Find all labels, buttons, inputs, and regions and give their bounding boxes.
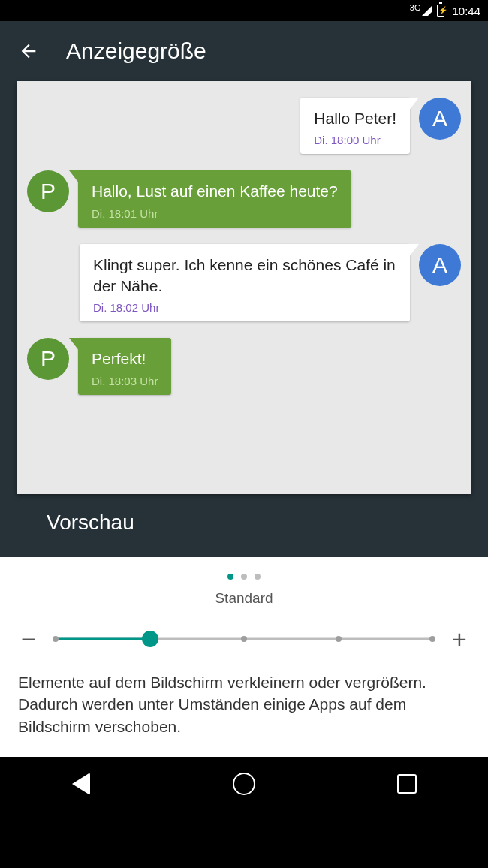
battery-icon: ⚡ [437, 5, 444, 17]
size-slider-row: − + [18, 626, 470, 652]
signal-icon [422, 5, 432, 16]
status-clock: 10:44 [452, 5, 480, 17]
size-controls: Standard − + Elemente auf dem Bildschirm… [0, 557, 488, 757]
slider-thumb[interactable] [142, 631, 158, 647]
increase-size-button[interactable]: + [449, 626, 470, 652]
preview-label: Vorschau [17, 494, 471, 554]
size-level-label: Standard [18, 590, 470, 607]
slider-tick [53, 636, 59, 642]
network-indicator: 3G [410, 3, 421, 12]
nav-recent-button[interactable] [394, 771, 420, 797]
nav-home-button[interactable] [231, 771, 257, 797]
page-dot[interactable] [241, 574, 247, 580]
chat-message-text: Klingt super. Ich kenne ein schönes Café… [93, 255, 396, 297]
avatar-p: P [27, 338, 69, 380]
chat-message-timestamp: Di. 18:03 Uhr [92, 375, 158, 387]
size-description: Elemente auf dem Bildschirm verkleinern … [18, 671, 470, 737]
nav-back-button[interactable] [68, 771, 94, 797]
chat-preview-card: Hallo Peter! Di. 18:00 Uhr A P Hallo, Lu… [17, 81, 471, 494]
chat-row: P Hallo, Lust auf einen Kaffee heute? Di… [27, 170, 461, 227]
chat-row: Hallo Peter! Di. 18:00 Uhr A [27, 98, 461, 154]
chat-bubble-outgoing: Hallo, Lust auf einen Kaffee heute? Di. … [78, 170, 351, 227]
chat-message-text: Hallo, Lust auf einen Kaffee heute? [92, 181, 338, 202]
chat-message-timestamp: Di. 18:00 Uhr [314, 134, 396, 146]
chat-message-timestamp: Di. 18:01 Uhr [92, 207, 338, 220]
chat-bubble-outgoing: Perfekt! Di. 18:03 Uhr [78, 338, 171, 394]
decrease-size-button[interactable]: − [18, 626, 39, 652]
app-header: Anzeigegröße [0, 21, 488, 81]
avatar-a: A [419, 244, 461, 286]
avatar-a: A [419, 98, 461, 140]
size-slider[interactable] [56, 630, 432, 648]
page-dot[interactable] [255, 574, 261, 580]
preview-section: Hallo Peter! Di. 18:00 Uhr A P Hallo, Lu… [0, 81, 488, 557]
arrow-left-icon [18, 41, 39, 62]
triangle-back-icon [72, 773, 90, 795]
slider-tick [336, 636, 342, 642]
page-dot-active[interactable] [227, 574, 233, 580]
chat-message-timestamp: Di. 18:02 Uhr [93, 301, 396, 314]
chat-message-text: Hallo Peter! [314, 108, 396, 129]
chat-bubble-incoming: Hallo Peter! Di. 18:00 Uhr [300, 98, 410, 154]
circle-home-icon [233, 773, 255, 795]
page-indicator [18, 574, 470, 580]
slider-track-fill [56, 638, 150, 640]
slider-tick [241, 636, 247, 642]
square-recent-icon [397, 774, 417, 794]
avatar-p: P [27, 170, 69, 212]
navigation-bar [0, 757, 488, 811]
slider-tick [429, 636, 435, 642]
back-button[interactable] [18, 41, 39, 62]
chat-row: P Perfekt! Di. 18:03 Uhr [27, 338, 461, 394]
chat-message-text: Perfekt! [92, 348, 158, 369]
chat-row: Klingt super. Ich kenne ein schönes Café… [27, 244, 461, 322]
page-title: Anzeigegröße [66, 38, 206, 64]
chat-bubble-incoming: Klingt super. Ich kenne ein schönes Café… [80, 244, 410, 322]
status-bar: 3G ⚡ 10:44 [0, 0, 488, 21]
